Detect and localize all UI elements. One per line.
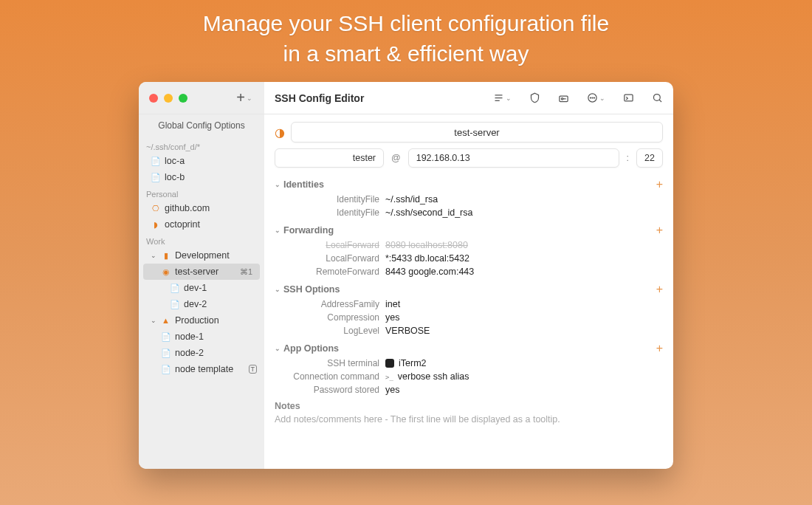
- search-button[interactable]: [652, 92, 663, 103]
- sidebar-item-test-server[interactable]: ◉ test-server ⌘1: [143, 264, 260, 280]
- chevron-down-icon: ⌄: [151, 252, 156, 259]
- shortcut-label: ⌘1: [240, 267, 252, 277]
- chevron-down-icon: ⌄: [151, 317, 156, 324]
- forwarding-row[interactable]: RemoteForward 8443 google.com:443: [275, 265, 663, 278]
- section-forwarding-header[interactable]: ⌄ Forwarding +: [275, 219, 663, 238]
- sidebar-item-label: Development: [175, 250, 230, 261]
- app-option-row[interactable]: SSH terminal iTerm2: [275, 357, 663, 370]
- host-header: ◑ test-server tester @ 192.168.0.13 : 22: [264, 114, 673, 174]
- kv-val: ~/.ssh/second_id_rsa: [385, 207, 663, 218]
- kv-key: IdentityFile: [275, 207, 385, 218]
- search-icon: [652, 92, 663, 103]
- global-config-button[interactable]: Global Config Options: [139, 114, 264, 138]
- chevron-down-icon: ⌄: [247, 95, 252, 102]
- sidebar-item-node-2[interactable]: 📄 node-2: [139, 345, 264, 361]
- sidebar-item-label: node-1: [175, 331, 204, 342]
- ubuntu-icon: ◑: [275, 126, 285, 140]
- app-option-row[interactable]: Password stored yes: [275, 383, 663, 396]
- port-input[interactable]: 22: [636, 148, 663, 168]
- app-option-row[interactable]: Connection command verbose ssh alias: [275, 370, 663, 383]
- section-app-options-header[interactable]: ⌄ App Options +: [275, 337, 663, 357]
- sidebar-item-label: loc-b: [165, 172, 185, 182]
- ssh-option-row[interactable]: LogLevel VERBOSE: [275, 324, 663, 337]
- sidebar-item-loc-a[interactable]: 📄 loc-a: [139, 153, 264, 169]
- maximize-window-button[interactable]: [179, 94, 187, 103]
- shield-button[interactable]: [529, 92, 540, 103]
- section-ssh-options-header[interactable]: ⌄ SSH Options +: [275, 278, 663, 298]
- server-icon: ◉: [161, 267, 171, 277]
- sidebar-item-dev-2[interactable]: 📄 dev-2: [139, 296, 264, 312]
- sidebar-section-work: Work: [139, 233, 264, 247]
- add-app-option-button[interactable]: +: [656, 342, 663, 355]
- kv-key: IdentityFile: [275, 194, 385, 205]
- user-value: tester: [353, 153, 376, 163]
- list-icon: [493, 92, 504, 103]
- hostname-input[interactable]: 192.168.0.13: [408, 148, 619, 168]
- chevron-down-icon: ⌄: [506, 95, 512, 102]
- disclosure-icon: ⌄: [275, 345, 281, 352]
- sidebar-item-label: octoprint: [165, 219, 200, 230]
- kv-key: Password stored: [275, 385, 385, 395]
- sidebar-item-node-template[interactable]: 📄 node template T: [139, 361, 264, 377]
- forwarding-row[interactable]: LocalForward *:5433 db.local:5432: [275, 252, 663, 265]
- section-identities-header[interactable]: ⌄ Identities +: [275, 174, 663, 193]
- sidebar-item-octoprint[interactable]: ◗ octoprint: [139, 216, 264, 233]
- disclosure-icon: ⌄: [275, 181, 281, 188]
- add-forwarding-button[interactable]: +: [656, 224, 663, 237]
- disclosure-icon: ⌄: [275, 227, 281, 234]
- ssh-option-row[interactable]: AddressFamily inet: [275, 298, 663, 311]
- kv-val: inet: [385, 299, 663, 309]
- template-badge: T: [249, 365, 258, 374]
- add-host-button[interactable]: + ⌄: [236, 89, 252, 106]
- kv-key: Connection command: [275, 371, 385, 382]
- ssh-option-row[interactable]: Compression yes: [275, 311, 663, 324]
- kv-key: LocalForward: [275, 253, 385, 264]
- user-input[interactable]: tester: [275, 148, 384, 168]
- octoprint-icon: ◗: [151, 220, 160, 230]
- forwarding-row[interactable]: LocalForward 8080 localhost:8080: [275, 238, 663, 252]
- kv-val: 8443 google.com:443: [385, 267, 663, 277]
- identity-row[interactable]: IdentityFile ~/.ssh/id_rsa: [275, 193, 663, 206]
- svg-point-6: [591, 97, 591, 98]
- more-button[interactable]: ⌄: [587, 92, 605, 103]
- host-name-input[interactable]: test-server: [291, 122, 663, 142]
- main-panel: ◑ test-server tester @ 192.168.0.13 : 22: [264, 82, 673, 469]
- sidebar-item-dev-1[interactable]: 📄 dev-1: [139, 280, 264, 296]
- sidebar-item-github[interactable]: ⎔ github.com: [139, 200, 264, 216]
- file-icon: 📄: [151, 173, 160, 182]
- list-settings-button[interactable]: ⌄: [493, 92, 512, 103]
- hostname-value: 192.168.0.13: [416, 153, 470, 163]
- section-title: Forwarding: [283, 225, 334, 236]
- kv-val: 8080 localhost:8080: [385, 240, 663, 250]
- svg-line-11: [659, 100, 661, 102]
- sidebar-item-label: Production: [175, 315, 219, 326]
- kv-key: LogLevel: [275, 326, 385, 336]
- svg-rect-9: [625, 95, 633, 101]
- traffic-lights: [149, 94, 187, 103]
- sidebar: Global Config Options ~/.ssh/conf_d/* 📄 …: [139, 82, 264, 469]
- sidebar-item-label: test-server: [175, 267, 219, 277]
- sidebar-folder-production[interactable]: ⌄ ▲ Production: [139, 312, 264, 329]
- add-ssh-option-button[interactable]: +: [656, 283, 663, 296]
- kv-key: Compression: [275, 312, 385, 323]
- terminal-button[interactable]: [623, 92, 634, 103]
- sidebar-folder-development[interactable]: ⌄ ▮ Development: [139, 247, 264, 264]
- titlebar: + ⌄ SSH Config Editor ⌄ ⌄: [139, 82, 673, 114]
- file-icon: 📄: [151, 157, 160, 166]
- section-title: SSH Options: [283, 284, 340, 295]
- sidebar-item-label: dev-1: [184, 283, 207, 293]
- svg-point-7: [592, 97, 593, 98]
- notes-textarea[interactable]: Add notes/comments here - The first line…: [275, 411, 663, 425]
- key-button[interactable]: [558, 92, 569, 103]
- sidebar-item-loc-b[interactable]: 📄 loc-b: [139, 169, 264, 185]
- iterm-icon: [385, 359, 394, 368]
- prompt-icon: [385, 371, 393, 382]
- sidebar-item-label: github.com: [165, 203, 210, 213]
- add-identity-button[interactable]: +: [656, 178, 663, 191]
- close-window-button[interactable]: [149, 94, 158, 103]
- minimize-window-button[interactable]: [164, 94, 173, 103]
- identity-row[interactable]: IdentityFile ~/.ssh/second_id_rsa: [275, 206, 663, 219]
- kv-val: verbose ssh alias: [385, 371, 663, 382]
- sidebar-item-node-1[interactable]: 📄 node-1: [139, 329, 264, 345]
- sidebar-item-label: node template: [175, 364, 233, 374]
